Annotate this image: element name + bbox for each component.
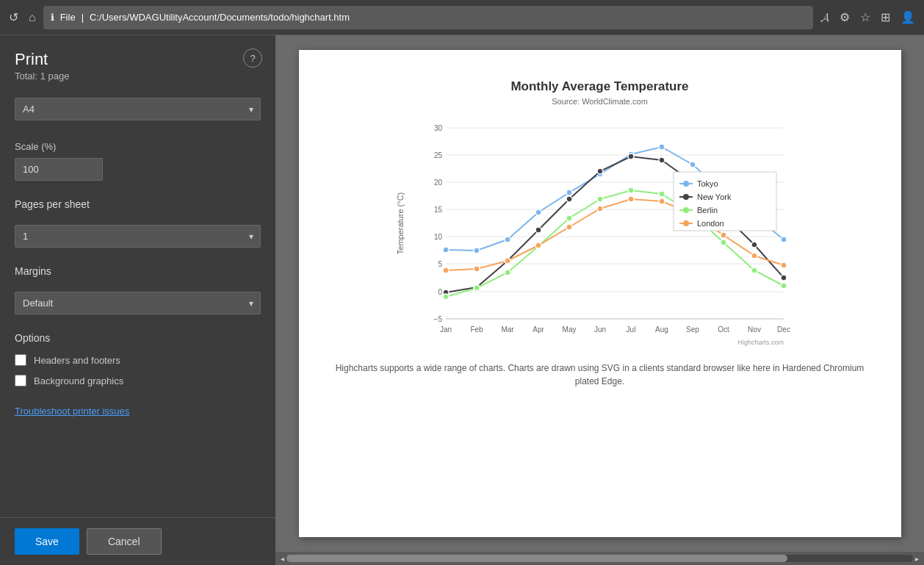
print-buttons: Save Cancel <box>0 517 275 565</box>
svg-text:30: 30 <box>433 124 442 132</box>
cancel-button[interactable]: Cancel <box>87 528 162 555</box>
svg-text:New York: New York <box>697 192 732 201</box>
save-button[interactable]: Save <box>15 528 79 555</box>
profile-icon[interactable]: 👤 <box>900 10 915 24</box>
svg-point-77 <box>751 253 757 259</box>
page-text: Highcharts supports a wide range of char… <box>328 361 872 388</box>
print-header: Print Total: 1 page ? <box>0 35 275 87</box>
svg-point-66 <box>781 283 787 289</box>
svg-text:5: 5 <box>438 260 442 268</box>
paper-size-wrapper: A4 Letter Legal A3 ▾ <box>15 98 261 120</box>
separator: | <box>82 12 84 23</box>
scale-section: Scale (%) <box>0 131 275 191</box>
chart-title: Monthly Average Temperature <box>510 79 688 94</box>
svg-text:10: 10 <box>433 233 442 241</box>
svg-text:Nov: Nov <box>748 325 761 334</box>
svg-text:20: 20 <box>433 179 442 187</box>
svg-point-67 <box>443 267 449 273</box>
margins-section: Default None Minimum Custom ▾ <box>0 281 275 325</box>
background-graphics-checkbox[interactable] <box>15 375 26 386</box>
svg-point-78 <box>781 262 787 268</box>
troubleshoot-link[interactable]: Troubleshoot printer issues <box>0 401 275 425</box>
svg-point-47 <box>566 196 572 202</box>
refresh-icon[interactable]: ↺ <box>9 10 18 24</box>
collections-icon[interactable]: ⊞ <box>881 10 890 24</box>
svg-point-71 <box>566 224 572 230</box>
svg-point-61 <box>628 187 634 193</box>
home-icon[interactable]: ⌂ <box>29 11 36 24</box>
svg-text:Apr: Apr <box>533 325 544 334</box>
svg-point-46 <box>535 227 541 233</box>
address-bar[interactable]: ℹ File | C:/Users/WDAGUtilityAccount/Doc… <box>43 6 813 29</box>
pages-per-sheet-select[interactable]: 1 2 4 6 9 16 <box>15 225 261 248</box>
print-title: Print <box>15 50 261 69</box>
svg-point-62 <box>659 191 665 197</box>
svg-point-31 <box>443 247 449 253</box>
svg-point-33 <box>505 237 510 242</box>
headers-footers-row: Headers and footers <box>15 354 261 366</box>
browser-chrome: ↺ ⌂ ℹ File | C:/Users/WDAGUtilityAccount… <box>0 0 924 35</box>
address-text: C:/Users/WDAGUtilityAccount/Documents/to… <box>90 12 350 23</box>
svg-point-74 <box>659 198 665 204</box>
margins-select[interactable]: Default None Minimum Custom <box>15 292 261 314</box>
preview-scroll[interactable]: Monthly Average Temperature Source: Worl… <box>275 35 924 552</box>
svg-point-59 <box>566 215 572 221</box>
print-subtitle: Total: 1 page <box>15 71 261 82</box>
svg-point-34 <box>535 209 541 215</box>
scroll-left-icon[interactable]: ◂ <box>278 555 286 563</box>
svg-text:Sep: Sep <box>686 325 699 334</box>
svg-text:London: London <box>697 219 724 228</box>
background-graphics-row: Background graphics <box>15 375 261 386</box>
svg-text:May: May <box>562 325 576 334</box>
browser-extension-icon[interactable]: ⚙ <box>840 10 850 24</box>
svg-point-73 <box>628 196 634 202</box>
svg-point-54 <box>781 275 787 281</box>
favorites-icon[interactable]: ☆ <box>860 10 870 24</box>
options-section: Headers and footers Background graphics <box>0 348 275 401</box>
chart-svg-wrapper: 30 25 20 15 10 5 0 −5 Temperature (°C) <box>328 113 872 348</box>
svg-text:−5: −5 <box>433 315 442 323</box>
background-graphics-label: Background graphics <box>34 375 123 386</box>
svg-point-48 <box>597 168 603 174</box>
svg-text:Tokyo: Tokyo <box>697 179 718 188</box>
svg-point-35 <box>566 190 572 195</box>
margins-label: Margins <box>0 258 275 281</box>
svg-point-64 <box>721 240 726 245</box>
headers-footers-checkbox[interactable] <box>15 354 26 366</box>
svg-text:Mar: Mar <box>501 325 514 334</box>
svg-text:15: 15 <box>433 206 442 214</box>
svg-point-55 <box>443 294 449 300</box>
svg-point-69 <box>505 258 510 264</box>
info-icon: ℹ <box>51 12 54 23</box>
svg-point-68 <box>474 266 480 272</box>
chart-svg: 30 25 20 15 10 5 0 −5 Temperature (°C) <box>394 113 806 348</box>
scroll-right-icon[interactable]: ▸ <box>913 555 921 563</box>
svg-point-38 <box>659 144 665 150</box>
print-panel: Print Total: 1 page ? A4 Letter Legal A3… <box>0 35 275 565</box>
svg-point-49 <box>628 154 634 159</box>
pages-per-sheet-wrapper: 1 2 4 6 9 16 ▾ <box>15 225 261 248</box>
horizontal-scrollbar[interactable] <box>286 555 913 562</box>
preview-area: Monthly Average Temperature Source: Worl… <box>275 35 924 565</box>
svg-text:Dec: Dec <box>777 325 790 334</box>
browser-right-icons: 𝓐 ⚙ ☆ ⊞ 👤 <box>820 10 915 24</box>
svg-text:Berlin: Berlin <box>697 206 718 215</box>
svg-point-50 <box>659 157 665 163</box>
svg-text:Jan: Jan <box>439 325 451 334</box>
svg-text:0: 0 <box>438 288 442 296</box>
scale-input[interactable] <box>15 158 103 181</box>
svg-text:Jun: Jun <box>593 325 605 334</box>
svg-text:25: 25 <box>433 151 442 159</box>
svg-point-72 <box>597 206 603 212</box>
svg-point-57 <box>505 270 510 276</box>
svg-point-65 <box>751 267 757 273</box>
svg-point-90 <box>683 220 689 226</box>
read-aloud-icon[interactable]: 𝓐 <box>820 11 829 24</box>
margins-wrapper: Default None Minimum Custom ▾ <box>15 292 261 314</box>
headers-footers-label: Headers and footers <box>34 355 120 366</box>
svg-rect-79 <box>674 172 776 231</box>
help-button[interactable]: ? <box>243 48 262 68</box>
svg-point-32 <box>474 248 480 253</box>
svg-point-39 <box>690 162 696 168</box>
paper-size-select[interactable]: A4 Letter Legal A3 <box>15 98 261 120</box>
